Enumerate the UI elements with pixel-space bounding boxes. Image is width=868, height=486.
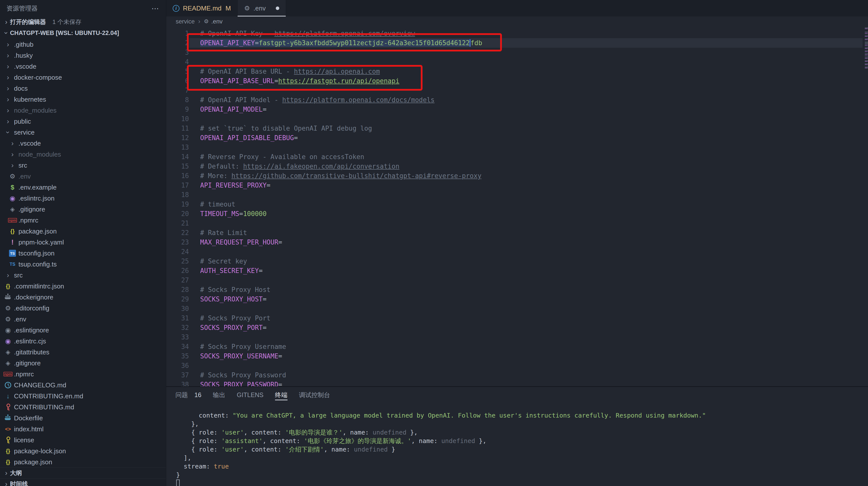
project-section[interactable]: › CHATGPT-WEB [WSL: UBUNTU-22.04] (0, 27, 166, 38)
code-line-35[interactable]: 35SOCKS_PROXY_USERNAME= (166, 351, 868, 361)
code-editor[interactable]: 1# OpenAI API Key - https://platform.ope… (166, 26, 868, 387)
code-line-8[interactable]: 8# OpenAI API Model - https://platform.o… (166, 95, 868, 105)
code-line-7[interactable]: 7 (166, 86, 868, 95)
tree-item-.commitlintrc.json[interactable]: {}.commitlintrc.json (0, 281, 166, 292)
tree-item-license[interactable]: license (0, 434, 166, 446)
breadcrumb-file[interactable]: .env (211, 18, 222, 25)
tree-item-Dockerfile[interactable]: Dockerfile (0, 412, 166, 424)
breadcrumb[interactable]: service › ⚙ .env (166, 17, 868, 26)
tree-item-package.json[interactable]: {}package.json (0, 226, 166, 237)
tree-item-CHANGELOG.md[interactable]: CHANGELOG.md (0, 380, 166, 391)
tree-item-.editorconfig[interactable]: ⚙.editorconfig (0, 303, 166, 314)
code-line-18[interactable]: 18 (166, 190, 868, 200)
unsaved-dot-icon[interactable] (276, 6, 279, 10)
code-line-17[interactable]: 17API_REVERSE_PROXY= (166, 180, 868, 190)
open-editors-section[interactable]: › 打开的编辑器 1 个未保存 (0, 17, 166, 27)
code-line-12[interactable]: 12OPENAI_API_DISABLE_DEBUG= (166, 133, 868, 143)
code-line-20[interactable]: 20TIMEOUT_MS=100000 (166, 209, 868, 219)
tree-item-.eslintrc.json[interactable]: ◉.eslintrc.json (0, 193, 166, 204)
code-line-5[interactable]: 5# OpenAI API Base URL - https://api.ope… (166, 67, 868, 76)
panel-tab-输出[interactable]: 输出 (213, 387, 225, 403)
terminal-output[interactable]: content: "You are ChatGPT, a large langu… (166, 403, 868, 486)
code-line-9[interactable]: 9OPENAI_API_MODEL= (166, 105, 868, 114)
panel-tab-调试控制台[interactable]: 调试控制台 (299, 387, 330, 403)
tab-README.md[interactable]: iREADME.mdM (166, 0, 238, 17)
minimap[interactable] (865, 26, 868, 387)
code-line-16[interactable]: 16# More: https://github.com/transitive-… (166, 171, 868, 180)
code-line-14[interactable]: 14# Reverse Proxy - Available on accessT… (166, 152, 868, 162)
tree-item-.gitattributes[interactable]: ◈.gitattributes (0, 347, 166, 358)
tree-item-public[interactable]: ›public (0, 116, 166, 127)
tree-item-index.html[interactable]: <>index.html (0, 424, 166, 434)
code-line-26[interactable]: 26AUTH_SECRET_KEY= (166, 266, 868, 276)
tree-item-docker-compose[interactable]: ›docker-compose (0, 72, 166, 83)
tree-item-.env[interactable]: ⚙.env (0, 314, 166, 325)
tree-item-kubernetes[interactable]: ›kubernetes (0, 94, 166, 105)
gear-icon: ⚙ (5, 315, 11, 323)
code-line-36[interactable]: 36 (166, 361, 868, 370)
code-line-32[interactable]: 32SOCKS_PROXY_PORT= (166, 323, 868, 333)
code-line-30[interactable]: 30 (166, 304, 868, 313)
code-line-34[interactable]: 34# Socks Proxy Username (166, 342, 868, 351)
code-line-27[interactable]: 27 (166, 276, 868, 285)
tree-item-tsup.config.ts[interactable]: TStsup.config.ts (0, 259, 166, 270)
tree-item-package-lock.json[interactable]: {}package-lock.json (0, 446, 166, 457)
tree-item-label: tsup.config.ts (19, 260, 57, 268)
code-line-1[interactable]: 1# OpenAI API Key - https://platform.ope… (166, 29, 868, 38)
tree-item-.npmrc[interactable]: npm.npmrc (0, 215, 166, 226)
tree-item-.npmrc[interactable]: npm.npmrc (0, 369, 166, 380)
tree-item-src[interactable]: ›src (0, 270, 166, 281)
tree-item-.github[interactable]: ›.github (0, 39, 166, 50)
tab-.env[interactable]: ⚙.env (238, 0, 286, 17)
panel-tab-GITLENS[interactable]: GITLENS (237, 387, 264, 403)
tree-item-service[interactable]: ›service (0, 127, 166, 138)
minimap-mark (865, 28, 868, 29)
code-line-10[interactable]: 10 (166, 114, 868, 124)
code-line-2[interactable]: 2OPENAI_API_KEY=fastgpt-y6b3axfbdd5wyp01… (166, 38, 868, 48)
tree-item-.env[interactable]: ⚙.env (0, 171, 166, 182)
code-line-13[interactable]: 13 (166, 143, 868, 152)
tree-item-docs[interactable]: ›docs (0, 83, 166, 94)
panel-tab-问题[interactable]: 问题16 (176, 387, 202, 403)
code-line-24[interactable]: 24 (166, 247, 868, 256)
code-line-3[interactable]: 3 (166, 48, 868, 57)
code-line-37[interactable]: 37# Socks Proxy Password (166, 370, 868, 380)
code-line-11[interactable]: 11# set `true` to disable OpenAI API deb… (166, 124, 868, 133)
tree-item-CONTRIBUTING.en.md[interactable]: ↓CONTRIBUTING.en.md (0, 391, 166, 402)
tree-item-tsconfig.json[interactable]: TStsconfig.json (0, 248, 166, 259)
code-line-21[interactable]: 21 (166, 219, 868, 228)
code-line-25[interactable]: 25# Secret key (166, 256, 868, 266)
tree-item-src[interactable]: ›src (0, 160, 166, 171)
tree-item-.env.example[interactable]: $.env.example (0, 182, 166, 193)
panel-tab-终端[interactable]: 终端 (275, 387, 287, 403)
tree-item-pnpm-lock.yaml[interactable]: !pnpm-lock.yaml (0, 237, 166, 248)
tree-item-package.json[interactable]: {}package.json (0, 457, 166, 467)
tree-item-.gitignore[interactable]: ◈.gitignore (0, 204, 166, 215)
tree-item-.husky[interactable]: ›.husky (0, 50, 166, 61)
code-line-23[interactable]: 23MAX_REQUEST_PER_HOUR= (166, 237, 868, 247)
breadcrumb-folder[interactable]: service (176, 18, 195, 25)
tree-item-CONTRIBUTING.md[interactable]: CONTRIBUTING.md (0, 402, 166, 412)
code-line-15[interactable]: 15# Default: https://ai.fakeopen.com/api… (166, 162, 868, 171)
tree-item-.eslintrc.cjs[interactable]: ◉.eslintrc.cjs (0, 336, 166, 347)
code-line-6[interactable]: 6OPENAI_API_BASE_URL=https://fastgpt.run… (166, 76, 868, 86)
tree-item-.vscode[interactable]: ›.vscode (0, 61, 166, 72)
code-line-33[interactable]: 33 (166, 333, 868, 342)
tree-item-.eslintignore[interactable]: ◉.eslintignore (0, 325, 166, 336)
tree-item-.gitignore[interactable]: ◈.gitignore (0, 358, 166, 369)
tree-item-node_modules[interactable]: ›node_modules (0, 149, 166, 160)
code-line-38[interactable]: 38SOCKS_PROXY_PASSWORD= (166, 380, 868, 387)
code-line-22[interactable]: 22# Rate Limit (166, 228, 868, 237)
code-line-19[interactable]: 19# timeout (166, 200, 868, 209)
minimap-mark (865, 45, 868, 46)
code-line-31[interactable]: 31# Socks Proxy Port (166, 313, 868, 323)
outline-section[interactable]: › 大纲 (0, 467, 166, 478)
code-line-28[interactable]: 28# Socks Proxy Host (166, 285, 868, 294)
more-actions-icon[interactable]: ⋯ (152, 4, 159, 13)
code-line-29[interactable]: 29SOCKS_PROXY_HOST= (166, 294, 868, 304)
tree-item-node_modules[interactable]: ›node_modules (0, 105, 166, 116)
code-line-4[interactable]: 4 (166, 57, 868, 67)
timeline-section[interactable]: › 时间线 (0, 478, 166, 486)
tree-item-.vscode[interactable]: ›.vscode (0, 138, 166, 149)
tree-item-.dockerignore[interactable]: .dockerignore (0, 292, 166, 303)
